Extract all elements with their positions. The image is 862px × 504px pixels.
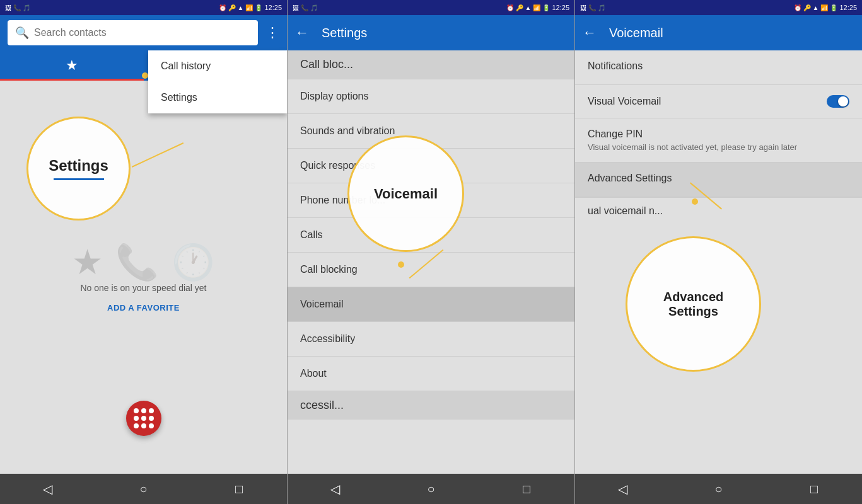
magnifier-voicemail-text: Voicemail [369, 181, 443, 207]
phone-icon-2: 📞 [301, 4, 308, 11]
alarm-icon-3: ⏰ [794, 4, 801, 11]
settings-title: Settings [322, 26, 567, 40]
key-icon: 🔑 [228, 4, 236, 11]
magnifier-advanced-settings: Advanced Settings [626, 236, 761, 372]
settings-item-call-blocking[interactable]: Call blocking [288, 253, 574, 287]
signal-icon-3: 📶 [820, 4, 828, 11]
notifications-label: Notifications [588, 60, 849, 72]
back-nav-button-3[interactable]: ◁ [604, 474, 642, 504]
status-icons-left-1: 🖼 📞 🎵 [5, 4, 30, 11]
tab-favorites[interactable]: ★ [0, 50, 144, 81]
status-bar-3: 🖼 📞 🎵 ⏰ 🔑 ▲ 📶 🔋 12:25 [575, 0, 862, 15]
advanced-settings-label: Advanced Settings [588, 173, 849, 184]
status-icons-right-3: ⏰ 🔑 ▲ 📶 🔋 12:25 [794, 4, 857, 11]
dot-3 [149, 408, 154, 413]
home-nav-button-3[interactable]: ○ [699, 474, 737, 504]
app-bar-1: 🔍 ⋮ [0, 15, 287, 50]
home-nav-button-1[interactable]: ○ [124, 474, 162, 504]
battery-icon: 🔋 [255, 4, 262, 11]
wifi-icon-3: ▲ [813, 4, 819, 11]
recents-nav-button-1[interactable]: □ [220, 474, 258, 504]
gallery-icon-2: 🖼 [293, 4, 299, 11]
bottom-nav-2: ◁ ○ □ [288, 474, 574, 504]
status-icons-left-3: 🖼 📞 🎵 [580, 4, 605, 11]
dot-8 [141, 423, 146, 428]
menu-item-call-history[interactable]: Call history [148, 50, 287, 82]
search-input[interactable] [34, 27, 250, 38]
search-bar[interactable]: 🔍 [8, 20, 258, 45]
voicemail-title: Voicemail [609, 26, 854, 40]
dot-9 [149, 423, 154, 428]
call-blocking-partial: Call bloc... [288, 50, 574, 79]
magnifier-settings-text: Settings [44, 152, 114, 185]
back-nav-button-1[interactable]: ◁ [29, 474, 67, 504]
settings-item-voicemail[interactable]: Voicemail [288, 287, 574, 322]
settings-item-display[interactable]: Display options [288, 79, 574, 114]
change-pin-subtitle: Visual voicemail is not activated yet, p… [588, 142, 849, 152]
dialpad-icon [134, 408, 154, 428]
add-favorite-button[interactable]: ADD A FAVORITE [107, 303, 180, 312]
bottom-nav-1: ◁ ○ □ [0, 474, 287, 504]
change-pin-label: Change PIN [588, 129, 849, 140]
dot-6 [149, 416, 154, 421]
magnifier-voicemail: Voicemail [347, 135, 464, 252]
voicemail-item-pin[interactable]: Change PIN Visual voicemail is not activ… [575, 118, 862, 163]
voicemail-item-visual[interactable]: Visual Voicemail [575, 85, 862, 118]
recents-nav-button-2[interactable]: □ [508, 474, 545, 504]
visual-voicemail-label: Visual Voicemail [588, 96, 661, 107]
panel-contacts: 🖼 📞 🎵 ⏰ 🔑 ▲ 📶 🔋 12:25 🔍 [0, 0, 288, 504]
empty-state-text: No one is on your speed dial yet [80, 283, 206, 293]
status-time-3: 12:25 [839, 4, 857, 11]
back-button-2[interactable]: ← [295, 25, 309, 41]
visual-voicemail-partial: ual voicemail n... [575, 197, 862, 224]
status-bar-1: 🖼 📞 🎵 ⏰ 🔑 ▲ 📶 🔋 12:25 [0, 0, 287, 15]
dot-7 [134, 423, 139, 428]
status-time-2: 12:25 [552, 4, 569, 11]
visual-voicemail-toggle[interactable] [827, 95, 849, 108]
clock-phone-icon: 🕐 [172, 242, 215, 283]
bottom-nav-3: ◁ ○ □ [575, 474, 862, 504]
panel-voicemail: 🖼 📞 🎵 ⏰ 🔑 ▲ 📶 🔋 12:25 ← Voicemail [575, 0, 862, 504]
app-bar-3: ← Voicemail [575, 15, 862, 50]
key-icon-3: 🔑 [803, 4, 811, 11]
phone-icon-3: 📞 [588, 4, 596, 11]
status-time-1: 12:25 [264, 4, 282, 11]
signal-icon-2: 📶 [533, 4, 540, 11]
dot-2 [141, 408, 146, 413]
phone-icon: 📞 [13, 4, 21, 11]
alarm-icon-2: ⏰ [506, 4, 514, 11]
magnifier-settings: Settings [26, 117, 131, 220]
key-icon-2: 🔑 [516, 4, 523, 11]
status-bar-2: 🖼 📞 🎵 ⏰ 🔑 ▲ 📶 🔋 12:25 [288, 0, 574, 15]
music-icon-3: 🎵 [598, 4, 605, 11]
dot-1 [134, 408, 139, 413]
wifi-icon-2: ▲ [525, 4, 532, 11]
status-icons-right-1: ⏰ 🔑 ▲ 📶 🔋 12:25 [219, 4, 282, 11]
recents-nav-button-3[interactable]: □ [795, 474, 833, 504]
status-icons-right-2: ⏰ 🔑 ▲ 📶 🔋 12:25 [506, 4, 569, 11]
callout-dot-1 [142, 72, 148, 79]
search-icon: 🔍 [15, 26, 29, 40]
voicemail-item-notifications[interactable]: Notifications [575, 50, 862, 85]
phone-bg-icon: 📞 [115, 242, 159, 283]
signal-icon: 📶 [245, 4, 253, 11]
music-icon-2: 🎵 [310, 4, 318, 11]
magnifier-advanced-text: Advanced Settings [627, 280, 759, 329]
settings-item-about[interactable]: About [288, 357, 574, 391]
back-button-3[interactable]: ← [583, 25, 597, 41]
home-nav-button-2[interactable]: ○ [412, 474, 450, 504]
star-phone-icon: ★ [72, 242, 103, 283]
back-nav-button-2[interactable]: ◁ [317, 474, 354, 504]
gallery-icon-3: 🖼 [580, 4, 586, 11]
panel-settings: 🖼 📞 🎵 ⏰ 🔑 ▲ 📶 🔋 12:25 ← Settings [288, 0, 575, 504]
voicemail-item-advanced[interactable]: Advanced Settings [575, 163, 862, 197]
more-icon[interactable]: ⋮ [265, 25, 279, 41]
callout-dot-2 [398, 261, 404, 268]
settings-item-accessibility[interactable]: Accessibility [288, 322, 574, 357]
menu-item-settings[interactable]: Settings [148, 82, 287, 113]
dropdown-menu: Call history Settings [148, 50, 287, 113]
dot-4 [134, 416, 139, 421]
alarm-icon: ⏰ [219, 4, 226, 11]
battery-icon-3: 🔋 [830, 4, 837, 11]
dialpad-fab[interactable] [126, 401, 161, 436]
